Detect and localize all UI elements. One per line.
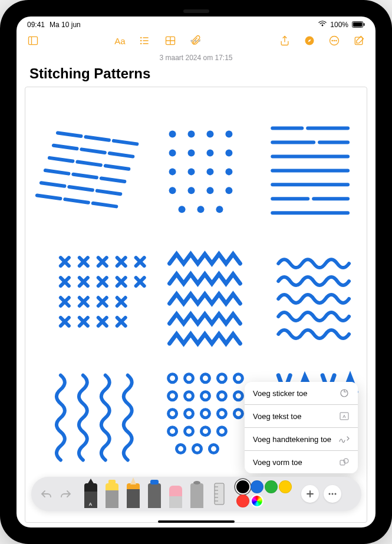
svg-point-112 — [234, 392, 242, 400]
crayon-tool[interactable] — [146, 480, 163, 508]
color-palette — [236, 480, 293, 507]
svg-point-54 — [179, 206, 186, 213]
marker-tool[interactable] — [103, 480, 121, 508]
checklist-button[interactable] — [137, 34, 151, 48]
eraser-tool[interactable] — [167, 480, 185, 508]
markup-button[interactable] — [302, 34, 317, 48]
svg-point-53 — [225, 187, 232, 194]
svg-point-137 — [328, 493, 330, 495]
svg-point-113 — [169, 410, 177, 418]
svg-rect-3 — [29, 37, 38, 44]
pencil-tool[interactable] — [124, 480, 142, 508]
svg-line-21 — [85, 137, 109, 140]
sidebar-toggle-button[interactable] — [26, 34, 40, 48]
svg-line-35 — [37, 195, 61, 199]
add-text-item[interactable]: Voeg tekst toe A — [245, 405, 358, 428]
svg-point-48 — [206, 168, 213, 175]
svg-point-117 — [234, 410, 242, 418]
note-timestamp: 3 maart 2024 om 17:15 — [17, 51, 375, 63]
svg-line-32 — [41, 183, 65, 186]
share-button[interactable] — [278, 34, 292, 48]
color-red[interactable] — [236, 494, 249, 507]
lasso-tool[interactable] — [188, 480, 206, 508]
svg-point-16 — [332, 40, 332, 41]
home-indicator[interactable] — [158, 520, 235, 523]
color-blue[interactable] — [251, 480, 263, 493]
svg-line-34 — [97, 191, 121, 194]
svg-rect-2 — [364, 23, 365, 26]
add-sticker-item[interactable]: Voeg sticker toe — [245, 382, 358, 405]
table-button[interactable] — [163, 34, 177, 48]
svg-point-46 — [169, 168, 176, 175]
multitask-dots[interactable]: ••• — [190, 37, 202, 45]
svg-line-22 — [114, 141, 137, 144]
svg-point-17 — [334, 40, 334, 41]
svg-point-49 — [225, 168, 232, 175]
svg-line-26 — [50, 158, 73, 161]
note-title[interactable]: Stitching Patterns — [17, 63, 375, 87]
signature-icon — [339, 434, 350, 444]
svg-point-138 — [331, 493, 333, 495]
add-signature-item[interactable]: Voeg handtekening toe — [245, 428, 358, 451]
svg-point-110 — [201, 392, 209, 400]
add-button[interactable] — [301, 485, 319, 503]
popup-label: Voeg vorm toe — [253, 458, 302, 467]
svg-point-52 — [206, 187, 213, 194]
svg-line-20 — [58, 133, 81, 137]
svg-point-50 — [169, 187, 176, 194]
svg-point-104 — [185, 374, 193, 383]
color-yellow[interactable] — [279, 480, 292, 493]
add-popup-menu: Voeg sticker toe Voeg tekst toe A Voeg h… — [245, 382, 358, 473]
popup-label: Voeg sticker toe — [253, 389, 308, 398]
format-text-button[interactable]: Aa — [114, 34, 125, 48]
more-tools-button[interactable] — [324, 485, 341, 503]
redo-button[interactable] — [57, 486, 74, 502]
svg-point-128 — [344, 459, 348, 463]
svg-point-106 — [218, 374, 226, 383]
svg-point-109 — [185, 392, 193, 400]
battery-pct: 100% — [330, 21, 348, 29]
svg-point-124 — [209, 445, 218, 453]
undo-button[interactable] — [38, 486, 55, 502]
svg-line-24 — [81, 149, 105, 153]
pen-tool[interactable]: A — [82, 480, 100, 508]
textbox-icon: A — [339, 411, 350, 421]
svg-point-111 — [218, 392, 226, 400]
svg-point-40 — [206, 131, 213, 138]
svg-point-107 — [234, 374, 242, 383]
markup-toolbar: A — [31, 477, 361, 511]
svg-line-36 — [65, 199, 88, 203]
svg-point-139 — [334, 493, 336, 495]
svg-point-121 — [218, 427, 226, 436]
svg-point-42 — [169, 149, 176, 156]
svg-point-43 — [188, 149, 195, 156]
svg-point-18 — [336, 40, 337, 41]
svg-point-118 — [169, 427, 177, 436]
more-button[interactable] — [327, 34, 341, 48]
svg-point-119 — [185, 427, 193, 436]
svg-point-45 — [225, 149, 232, 156]
svg-line-37 — [93, 203, 117, 207]
battery-icon — [352, 21, 365, 28]
color-black[interactable] — [236, 480, 249, 493]
svg-point-108 — [169, 392, 177, 400]
add-shape-item[interactable]: Voeg vorm toe — [245, 451, 358, 473]
svg-point-122 — [177, 445, 185, 453]
status-bar: 09:41 Ma 10 jun ••• 100% — [17, 17, 375, 30]
svg-point-120 — [201, 427, 209, 436]
compose-button[interactable] — [352, 34, 366, 48]
shapes-icon — [339, 457, 350, 467]
popup-label: Voeg handtekening toe — [253, 435, 331, 444]
popup-label: Voeg tekst toe — [253, 412, 301, 421]
color-picker-button[interactable] — [251, 494, 263, 507]
ruler-tool[interactable] — [209, 482, 229, 506]
wifi-icon — [318, 20, 327, 29]
svg-point-56 — [216, 206, 223, 213]
svg-line-27 — [77, 162, 101, 166]
svg-line-23 — [54, 146, 77, 149]
svg-point-7 — [140, 40, 142, 42]
svg-line-29 — [45, 170, 69, 174]
svg-point-51 — [188, 187, 195, 194]
color-green[interactable] — [265, 480, 278, 493]
svg-point-103 — [169, 374, 177, 383]
